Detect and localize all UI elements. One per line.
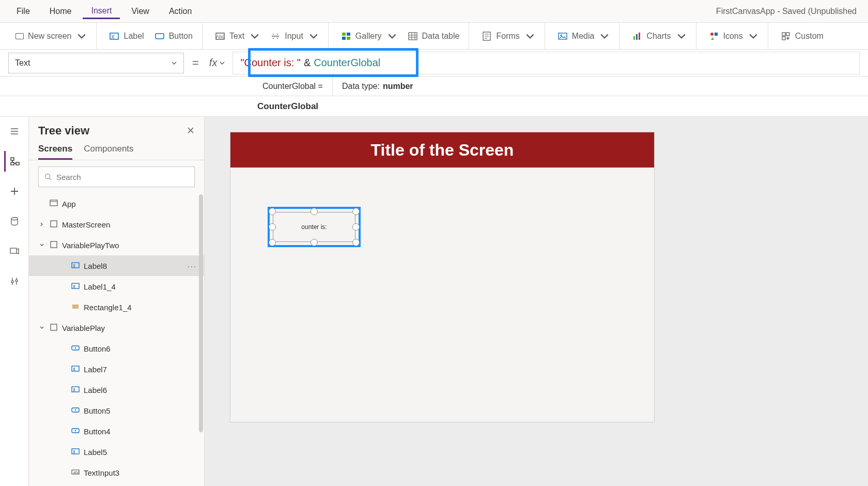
tree-item-more[interactable]: ··· — [187, 262, 197, 270]
tree-item-label7[interactable]: Label7 — [29, 359, 204, 379]
tab-screens[interactable]: Screens — [38, 144, 72, 160]
tree-item-button4[interactable]: Button4 — [29, 421, 204, 442]
fx-label[interactable]: fx — [207, 57, 228, 69]
resize-handle-tm[interactable] — [311, 208, 318, 215]
label-button[interactable]: Label — [105, 28, 148, 44]
tree-view-close[interactable] — [187, 125, 195, 137]
close-icon — [187, 126, 195, 134]
tab-components[interactable]: Components — [84, 144, 133, 160]
tree-item-app[interactable]: App — [29, 193, 204, 214]
custom-dropdown[interactable]: Custom — [777, 28, 828, 44]
svg-rect-29 — [72, 263, 79, 268]
menu-insert[interactable]: Insert — [83, 3, 120, 19]
menu-file[interactable]: File — [8, 4, 38, 19]
svg-rect-20 — [11, 158, 14, 160]
rail-hamburger[interactable] — [4, 121, 25, 142]
resize-handle-bl[interactable] — [269, 239, 276, 246]
tree-item-label5[interactable]: Label5 — [29, 442, 204, 462]
forms-dropdown[interactable]: Forms — [477, 28, 539, 44]
text-dropdown[interactable]: Abc Text — [211, 28, 264, 44]
tree-item-masterscreen[interactable]: MasterScreen — [29, 214, 204, 235]
rail-data[interactable] — [4, 211, 25, 232]
expand-caret[interactable] — [38, 242, 45, 248]
button-button[interactable]: Button — [150, 28, 197, 44]
new-screen-label: New screen — [28, 32, 71, 41]
tree-item-icon — [71, 302, 80, 312]
tree-item-label: Button5 — [84, 406, 111, 415]
chevron-down-icon — [219, 60, 225, 66]
resize-handle-mr[interactable] — [352, 223, 360, 231]
tree-item-icon — [50, 199, 58, 209]
tree-search[interactable] — [38, 166, 195, 187]
resize-handle-tr[interactable] — [352, 208, 360, 215]
rail-media[interactable] — [4, 241, 25, 262]
info-variable: CounterGlobal = — [253, 77, 333, 96]
formula-input[interactable]: "Counter is: " & CounterGlobal — [233, 52, 860, 74]
tree-item-variableplaytwo[interactable]: VariablePlayTwo — [29, 235, 204, 255]
svg-rect-1 — [156, 34, 164, 39]
gallery-icon — [341, 31, 351, 41]
resize-handle-ml[interactable] — [269, 223, 276, 231]
tree-item-variableplay[interactable]: VariablePlay — [29, 317, 204, 338]
svg-rect-26 — [50, 200, 57, 206]
tree-search-input[interactable] — [56, 173, 189, 181]
expand-caret[interactable] — [38, 222, 45, 227]
svg-point-15 — [710, 33, 714, 36]
svg-rect-4 — [342, 33, 346, 36]
info-datatype-label: Data type: — [342, 82, 380, 91]
tree-item-icon — [71, 385, 80, 395]
tree-item-label: Button4 — [84, 427, 111, 436]
svg-rect-28 — [51, 241, 57, 248]
tree-item-label: Label7 — [84, 365, 107, 374]
tree-item-textinput3[interactable]: abcTextInput3 — [29, 462, 204, 483]
media-dropdown[interactable]: Media — [553, 28, 614, 44]
charts-dropdown[interactable]: Charts — [628, 28, 690, 44]
app-body: Tree view Screens Components AppMasterSc… — [0, 117, 868, 486]
search-icon — [44, 173, 52, 181]
gallery-dropdown[interactable]: Gallery — [337, 28, 401, 44]
new-screen-button[interactable]: New screen — [11, 28, 91, 44]
resize-handle-br[interactable] — [352, 239, 360, 246]
media-rail-icon — [9, 246, 20, 256]
resize-handle-tl[interactable] — [269, 208, 276, 215]
rail-advanced[interactable] — [4, 271, 25, 292]
resize-handle-bm[interactable] — [311, 239, 318, 246]
tree-item-rectangle1_4[interactable]: Rectangle1_4 — [29, 297, 204, 317]
tree-item-button6[interactable]: Button6 — [29, 338, 204, 359]
menu-home[interactable]: Home — [41, 4, 80, 19]
tree-item-button5[interactable]: Button5 — [29, 400, 204, 421]
database-icon — [9, 216, 20, 226]
charts-dropdown-label: Charts — [646, 32, 671, 41]
tree-item-icon — [71, 261, 80, 271]
canvas-area[interactable]: Title of the Screen ounter is: — [205, 117, 868, 486]
data-table-button[interactable]: Data table — [404, 28, 464, 44]
svg-point-11 — [560, 34, 562, 36]
svg-rect-17 — [782, 33, 785, 36]
input-dropdown[interactable]: Input — [266, 28, 323, 44]
selected-label-control[interactable]: ounter is: — [268, 207, 361, 247]
property-selector[interactable]: Text — [8, 53, 184, 73]
menu-action[interactable]: Action — [161, 4, 200, 19]
svg-point-23 — [11, 218, 18, 220]
rail-insert[interactable] — [4, 181, 25, 202]
intellisense-suggestion[interactable]: CounterGlobal — [0, 96, 868, 117]
expand-caret[interactable] — [38, 325, 45, 330]
tree-item-label: Label6 — [84, 386, 107, 394]
rail-tree-view[interactable] — [4, 151, 25, 172]
tree-item-icon — [71, 344, 80, 354]
tree-item-label8[interactable]: Label8··· — [29, 255, 204, 276]
canvas-screen[interactable]: Title of the Screen ounter is: — [230, 132, 654, 422]
tree-view-icon — [10, 156, 20, 166]
tree-item-label6[interactable]: Label6 — [29, 379, 204, 400]
button-icon — [154, 31, 165, 41]
icons-dropdown[interactable]: Icons — [705, 28, 763, 44]
chevron-down-icon — [76, 31, 87, 41]
tree-item-label: Label1_4 — [84, 282, 116, 291]
info-datatype: Data type: number — [333, 77, 423, 96]
info-variable-text: CounterGlobal = — [262, 82, 323, 91]
tree-item-icon: abc — [71, 468, 80, 478]
tree-scrollbar[interactable] — [199, 194, 203, 432]
tree-item-label1_4[interactable]: Label1_4 — [29, 276, 204, 297]
menu-view[interactable]: View — [123, 4, 157, 19]
tree-item-icon — [50, 240, 58, 250]
